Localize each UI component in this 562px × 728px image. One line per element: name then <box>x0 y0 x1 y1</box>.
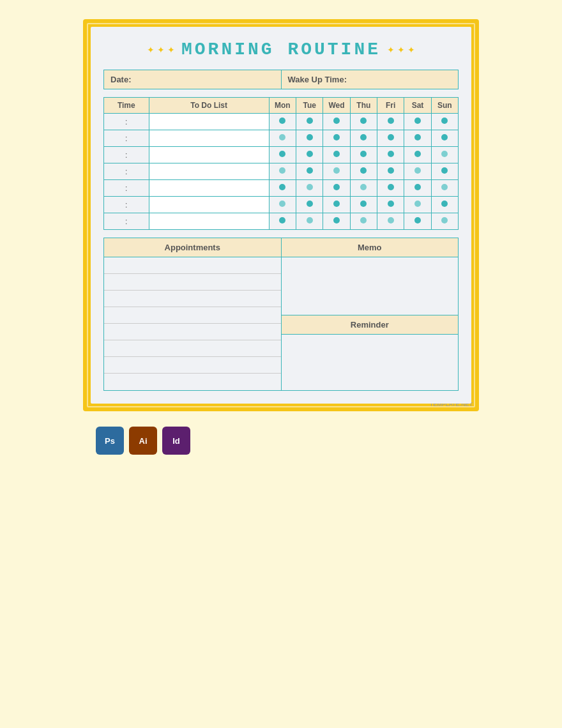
dot-cell <box>269 163 296 180</box>
rays-right-icon: ✦ ✦ ✦ <box>387 45 415 55</box>
title-decoration: ✦ ✦ ✦ MORNING ROUTINE ✦ ✦ ✦ <box>103 40 459 59</box>
dot-cell <box>269 197 296 213</box>
dot-indicator <box>307 118 313 124</box>
dot-cell <box>350 163 377 180</box>
dot-cell <box>377 197 404 213</box>
dot-indicator <box>441 201 448 207</box>
software-icons: Ps Ai Id <box>96 427 190 455</box>
dot-cell <box>296 180 323 197</box>
dot-cell <box>377 213 404 230</box>
dot-indicator <box>360 134 367 140</box>
appointment-line <box>104 357 281 374</box>
dot-cell <box>296 197 323 213</box>
dot-cell <box>404 180 431 197</box>
todo-cell <box>149 163 269 180</box>
dot-indicator <box>388 217 394 224</box>
dot-indicator <box>388 201 394 207</box>
dot-indicator <box>360 151 367 157</box>
todo-cell <box>149 180 269 197</box>
dot-indicator <box>360 201 367 207</box>
reminder-header: Reminder <box>282 315 459 335</box>
todo-cell <box>149 114 269 130</box>
time-cell: : <box>104 180 149 197</box>
table-row: : <box>104 213 459 230</box>
dot-cell <box>350 114 377 130</box>
dot-cell <box>323 130 350 147</box>
dot-indicator <box>333 134 340 140</box>
ai-icon: Ai <box>129 427 157 455</box>
dot-cell <box>431 130 458 147</box>
dot-cell <box>377 163 404 180</box>
dot-cell <box>269 213 296 230</box>
inner-card: ✦ ✦ ✦ MORNING ROUTINE ✦ ✦ ✦ Date: Wake U… <box>91 27 471 404</box>
dot-indicator <box>388 118 394 124</box>
appointments-body <box>104 257 281 390</box>
dot-indicator <box>279 201 285 207</box>
dot-cell <box>431 197 458 213</box>
dot-indicator <box>333 167 340 174</box>
appointment-line <box>104 274 281 291</box>
dot-cell <box>323 163 350 180</box>
time-cell: : <box>104 130 149 147</box>
dot-indicator <box>307 217 313 224</box>
dot-cell <box>323 180 350 197</box>
dot-indicator <box>279 118 285 124</box>
dot-cell <box>377 114 404 130</box>
todo-cell <box>149 147 269 163</box>
table-row: : <box>104 147 459 163</box>
dot-indicator <box>307 167 313 174</box>
dot-indicator <box>414 201 421 207</box>
dot-indicator <box>333 217 340 224</box>
time-cell: : <box>104 114 149 130</box>
col-header-wed: Wed <box>323 98 350 114</box>
col-header-mon: Mon <box>269 98 296 114</box>
appointments-header: Appointments <box>104 238 281 257</box>
appointments-section: Appointments <box>103 238 281 391</box>
col-header-time: Time <box>104 98 149 114</box>
dot-cell <box>269 130 296 147</box>
dot-indicator <box>441 134 448 140</box>
dot-indicator <box>279 184 285 190</box>
dot-cell <box>296 213 323 230</box>
dot-cell <box>431 213 458 230</box>
appointment-line <box>104 307 281 324</box>
dot-cell <box>404 163 431 180</box>
dot-cell <box>296 114 323 130</box>
col-header-todo: To Do List <box>149 98 269 114</box>
table-row: : <box>104 114 459 130</box>
table-row: : <box>104 197 459 213</box>
dot-indicator <box>307 201 313 207</box>
dot-cell <box>377 180 404 197</box>
appointment-line <box>104 291 281 307</box>
memo-header: Memo <box>282 238 459 257</box>
dot-indicator <box>333 184 340 190</box>
dot-indicator <box>388 134 394 140</box>
dot-indicator <box>279 217 285 224</box>
dot-cell <box>350 130 377 147</box>
memo-reminder-col: Memo Reminder <box>281 238 459 391</box>
dot-indicator <box>414 151 421 157</box>
dot-indicator <box>414 217 421 224</box>
schedule-table: Time To Do List Mon Tue Wed Thu Fri Sat … <box>103 97 459 230</box>
dot-indicator <box>441 151 448 157</box>
col-header-tue: Tue <box>296 98 323 114</box>
dot-cell <box>404 213 431 230</box>
appointment-line <box>104 340 281 357</box>
dot-indicator <box>279 134 285 140</box>
dot-cell <box>377 130 404 147</box>
wake-label: Wake Up Time: <box>282 70 459 89</box>
reminder-body <box>282 335 459 390</box>
dot-indicator <box>333 201 340 207</box>
dot-cell <box>404 197 431 213</box>
dot-indicator <box>360 118 367 124</box>
appointment-line <box>104 324 281 340</box>
time-cell: : <box>104 197 149 213</box>
dot-cell <box>431 114 458 130</box>
todo-cell <box>149 213 269 230</box>
todo-cell <box>149 130 269 147</box>
dot-indicator <box>279 151 285 157</box>
dot-cell <box>350 213 377 230</box>
rays-left-icon: ✦ ✦ ✦ <box>147 45 175 55</box>
table-row: : <box>104 180 459 197</box>
page-wrapper: ✦ ✦ ✦ MORNING ROUTINE ✦ ✦ ✦ Date: Wake U… <box>0 0 562 728</box>
